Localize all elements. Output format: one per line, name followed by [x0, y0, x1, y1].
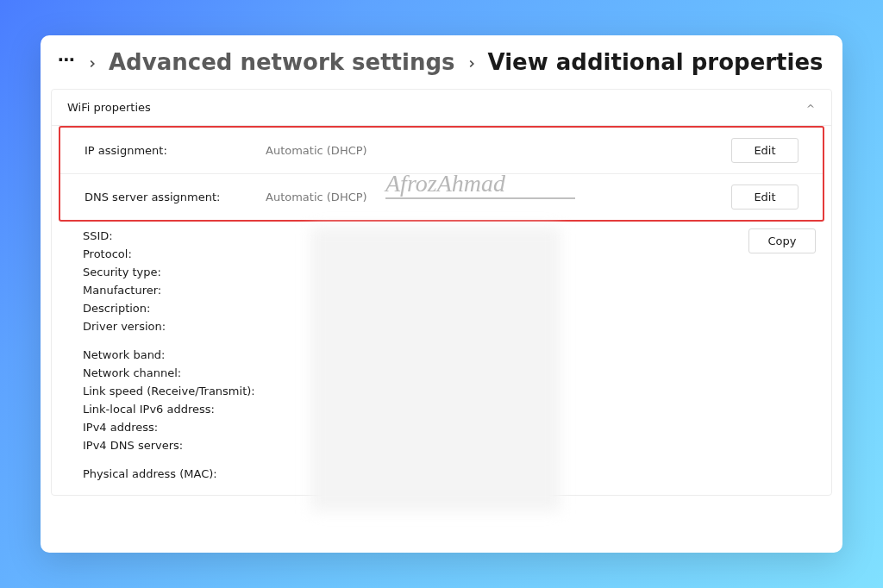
wifi-properties-header[interactable]: WiFi properties: [52, 90, 831, 126]
edit-dns-button[interactable]: Edit: [731, 185, 798, 210]
channel-label: Network channel:: [83, 366, 264, 379]
linklocal-label: Link-local IPv6 address:: [83, 403, 264, 416]
ip-assignment-value: Automatic (DHCP): [266, 144, 731, 157]
settings-window: ⋯ Advanced network settings View additio…: [41, 35, 842, 553]
dns-assignment-row: DNS server assignment: Automatic (DHCP) …: [60, 173, 823, 220]
highlight-box: IP assignment: Automatic (DHCP) Edit DNS…: [59, 126, 824, 222]
wifi-properties-panel: WiFi properties IP assignment: Automatic…: [51, 89, 832, 496]
copy-button[interactable]: Copy: [748, 228, 816, 253]
breadcrumb-link-advanced[interactable]: Advanced network settings: [109, 49, 455, 75]
mac-label: Physical address (MAC):: [83, 467, 264, 480]
breadcrumb: ⋯ Advanced network settings View additio…: [41, 35, 842, 84]
edit-ip-button[interactable]: Edit: [731, 138, 798, 163]
manufacturer-label: Manufacturer:: [83, 284, 264, 297]
chevron-right-icon: [466, 49, 478, 75]
ipv4dns-label: IPv4 DNS servers:: [83, 439, 264, 452]
security-label: Security type:: [83, 266, 264, 278]
ip-assignment-label: IP assignment:: [85, 144, 266, 157]
breadcrumb-current: View additional properties: [488, 49, 824, 75]
panel-title: WiFi properties: [67, 101, 151, 114]
band-label: Network band:: [83, 348, 264, 361]
description-label: Description:: [83, 302, 264, 315]
ipv4-label: IPv4 address:: [83, 421, 264, 434]
dns-assignment-value: Automatic (DHCP): [266, 191, 731, 203]
ip-assignment-row: IP assignment: Automatic (DHCP) Edit: [60, 128, 823, 173]
ssid-label: SSID:: [83, 229, 264, 242]
wifi-details: Copy SSID: Protocol: Security type: Manu…: [52, 222, 831, 495]
driver-label: Driver version:: [83, 320, 264, 333]
redacted-values: [310, 227, 560, 511]
linkspeed-label: Link speed (Receive/Transmit):: [83, 385, 264, 397]
chevron-up-icon: [805, 101, 816, 114]
dns-assignment-label: DNS server assignment:: [85, 191, 266, 203]
breadcrumb-more-icon[interactable]: ⋯: [58, 49, 76, 75]
protocol-label: Protocol:: [83, 247, 264, 260]
chevron-right-icon: [86, 49, 98, 75]
